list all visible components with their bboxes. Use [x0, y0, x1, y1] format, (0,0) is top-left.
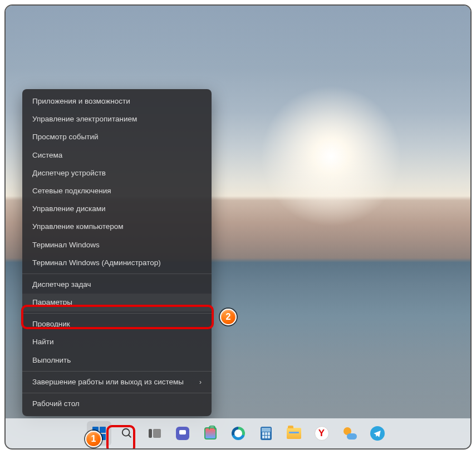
- menu-separator: [22, 274, 212, 274]
- menu-item-label: Приложения и возможности: [32, 97, 130, 106]
- menu-item-label: Терминал Windows: [32, 241, 100, 250]
- taskbar-store-button[interactable]: [198, 421, 223, 446]
- menu-item-label: Рабочий стол: [32, 399, 80, 408]
- menu-item-file-explorer[interactable]: Проводник: [22, 315, 212, 333]
- menu-item-label: Найти: [32, 338, 54, 346]
- calculator-icon: [261, 427, 272, 440]
- chat-icon: [176, 427, 189, 440]
- chevron-right-icon: ›: [199, 378, 202, 386]
- menu-item-label: Диспетчер задач: [32, 280, 91, 289]
- screenshot-root: Приложения и возможности Управление элек…: [0, 0, 476, 454]
- taskbar-chat-button[interactable]: [170, 421, 195, 446]
- start-button[interactable]: [87, 421, 111, 446]
- menu-item-windows-terminal[interactable]: Терминал Windows: [22, 236, 212, 254]
- menu-item-label: Завершение работы или выход из системы: [32, 378, 184, 387]
- window-frame: Приложения и возможности Управление элек…: [4, 4, 472, 450]
- taskbar-calculator-button[interactable]: [254, 421, 278, 446]
- menu-item-desktop[interactable]: Рабочий стол: [22, 395, 212, 413]
- winx-context-menu: Приложения и возможности Управление элек…: [22, 89, 212, 416]
- menu-separator: [22, 393, 212, 393]
- taskbar-yandex-button[interactable]: Y: [310, 421, 334, 446]
- menu-item-label: Управление электропитанием: [32, 115, 137, 124]
- taskbar-edge-button[interactable]: [226, 421, 251, 446]
- menu-item-settings[interactable]: Параметры: [22, 294, 212, 311]
- menu-item-label: Диспетчер устройств: [32, 169, 106, 178]
- taskbar: Y: [6, 418, 470, 448]
- menu-separator: [22, 313, 212, 314]
- menu-item-network-connections[interactable]: Сетевые подключения: [22, 182, 212, 200]
- menu-separator: [22, 371, 212, 372]
- task-view-icon: [149, 429, 161, 438]
- menu-item-system[interactable]: Система: [22, 147, 212, 164]
- menu-item-label: Сетевые подключения: [32, 187, 111, 196]
- svg-point-0: [122, 429, 129, 436]
- menu-item-computer-management[interactable]: Управление компьютером: [22, 218, 212, 236]
- search-icon: [120, 426, 134, 441]
- yandex-icon: Y: [315, 426, 329, 441]
- menu-item-apps-and-features[interactable]: Приложения и возможности: [22, 92, 212, 110]
- svg-line-1: [128, 435, 131, 438]
- menu-item-shutdown-signout[interactable]: Завершение работы или выход из системы ›: [22, 373, 212, 391]
- menu-item-disk-management[interactable]: Управление дисками: [22, 200, 212, 218]
- weather-icon: [342, 426, 357, 441]
- menu-item-power-options[interactable]: Управление электропитанием: [22, 110, 212, 128]
- menu-item-windows-terminal-admin[interactable]: Терминал Windows (Администратор): [22, 254, 212, 272]
- menu-item-run[interactable]: Выполнить: [22, 352, 212, 369]
- taskbar-telegram-button[interactable]: [365, 421, 390, 446]
- telegram-icon: [370, 426, 385, 441]
- menu-item-device-manager[interactable]: Диспетчер устройств: [22, 164, 212, 182]
- edge-icon: [232, 427, 245, 440]
- menu-item-label: Управление компьютером: [32, 222, 124, 231]
- microsoft-store-icon: [204, 427, 217, 440]
- menu-item-event-viewer[interactable]: Просмотр событий: [22, 128, 212, 146]
- taskbar-search-button[interactable]: [115, 421, 139, 446]
- menu-item-label: Терминал Windows (Администратор): [32, 258, 161, 267]
- windows-logo-icon: [92, 427, 106, 440]
- menu-item-label: Управление дисками: [32, 204, 106, 213]
- menu-item-label: Выполнить: [32, 356, 71, 365]
- menu-item-task-manager[interactable]: Диспетчер задач: [22, 276, 212, 294]
- menu-item-label: Система: [32, 151, 62, 160]
- taskbar-task-view-button[interactable]: [143, 421, 167, 446]
- taskbar-file-explorer-button[interactable]: [282, 421, 306, 446]
- menu-item-label: Проводник: [32, 320, 70, 329]
- taskbar-weather-button[interactable]: [337, 421, 362, 446]
- menu-item-search[interactable]: Найти: [22, 333, 212, 351]
- file-explorer-icon: [287, 428, 301, 439]
- menu-item-label: Параметры: [32, 298, 72, 307]
- menu-item-label: Просмотр событий: [32, 133, 99, 141]
